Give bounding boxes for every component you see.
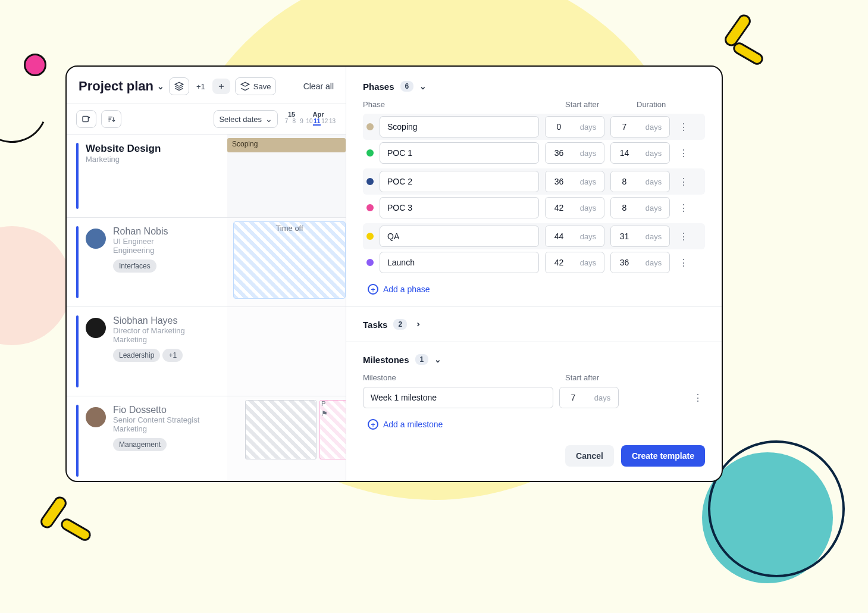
unit-label: days bbox=[572, 171, 604, 192]
clear-all-button[interactable]: Clear all bbox=[303, 82, 334, 91]
phase-color-dot[interactable] bbox=[366, 149, 374, 157]
more-icon[interactable]: ⋮ bbox=[676, 257, 690, 268]
unit-label: days bbox=[638, 252, 669, 273]
phase-columns: Phase Start after Duration bbox=[363, 100, 705, 109]
phase-color-dot[interactable] bbox=[366, 204, 374, 211]
milestones-list: days⋮ bbox=[363, 387, 705, 413]
cancel-button[interactable]: Cancel bbox=[565, 445, 614, 467]
time-off-label: Time off bbox=[239, 224, 340, 233]
phase-start-input[interactable]: days bbox=[545, 142, 604, 164]
timeline-day: 9 bbox=[298, 118, 306, 126]
phase-start-input[interactable]: days bbox=[545, 171, 604, 192]
timeline-day: 7 bbox=[283, 118, 290, 126]
phase-color-dot[interactable] bbox=[366, 233, 374, 240]
milestone-name-input[interactable] bbox=[363, 387, 553, 408]
sort-button[interactable] bbox=[101, 110, 121, 128]
row-accent bbox=[76, 226, 79, 298]
plus-circle-icon: + bbox=[368, 284, 378, 295]
phase-duration-input[interactable]: days bbox=[610, 226, 670, 247]
phase-row: daysdays⋮ bbox=[363, 252, 705, 273]
milestones-section-header[interactable]: Milestones 1 ⌄ bbox=[363, 354, 705, 365]
col-duration: Duration bbox=[637, 100, 696, 109]
phase-duration-input[interactable]: days bbox=[610, 116, 670, 137]
allocation-block[interactable] bbox=[245, 400, 317, 459]
timeline-cell[interactable]: P⚑ bbox=[227, 396, 346, 481]
phase-color-dot[interactable] bbox=[366, 178, 374, 185]
phase-name-input[interactable] bbox=[380, 197, 539, 218]
phase-bar-scoping[interactable]: Scoping bbox=[227, 138, 346, 152]
tag[interactable]: +1 bbox=[162, 349, 183, 362]
phase-start-input[interactable]: days bbox=[545, 116, 604, 137]
select-dates-button[interactable]: Select dates ⌄ bbox=[214, 110, 278, 128]
timeline-cell[interactable]: Time off bbox=[227, 218, 346, 306]
phase-start-input[interactable]: days bbox=[545, 252, 604, 273]
person-name: Rohan Nobis bbox=[113, 226, 168, 237]
create-template-button[interactable]: Create template bbox=[621, 445, 705, 467]
timeline-cell[interactable]: Scoping bbox=[227, 135, 346, 217]
phase-name-input[interactable] bbox=[380, 171, 539, 192]
more-icon[interactable]: ⋮ bbox=[676, 202, 690, 214]
divider bbox=[346, 306, 722, 307]
add-milestone-label: Add a milestone bbox=[383, 420, 443, 429]
phase-name-input[interactable] bbox=[380, 226, 539, 247]
phase-start-input[interactable]: days bbox=[545, 226, 604, 247]
chevron-right-icon: ⌄ bbox=[412, 321, 421, 328]
phase-color-dot[interactable] bbox=[366, 123, 374, 130]
row-accent bbox=[76, 405, 79, 477]
phases-count: 6 bbox=[400, 81, 414, 92]
time-off-block[interactable]: Time off bbox=[233, 221, 346, 299]
tag[interactable]: Interfaces bbox=[113, 259, 156, 273]
left-pane: Project plan ⌄ +1 Save Clear all bbox=[67, 67, 346, 481]
timeline-cell[interactable] bbox=[227, 307, 346, 396]
more-icon[interactable]: ⋮ bbox=[690, 392, 704, 404]
add-phase-button[interactable]: + Add a phase bbox=[368, 284, 705, 295]
plus-circle-icon: + bbox=[368, 419, 378, 430]
row-accent bbox=[76, 143, 79, 209]
save-button[interactable]: Save bbox=[235, 77, 277, 95]
phase-name-input[interactable] bbox=[380, 142, 539, 164]
phase-duration-input[interactable]: days bbox=[610, 252, 670, 273]
person-dept: Engineering bbox=[113, 246, 168, 255]
unit-label: days bbox=[638, 143, 669, 163]
allocation-label: P bbox=[321, 400, 325, 407]
more-icon[interactable]: ⋮ bbox=[676, 121, 690, 133]
phases-list: daysdays⋮daysdays⋮daysdays⋮daysdays⋮days… bbox=[363, 114, 705, 278]
tag[interactable]: Leadership bbox=[113, 349, 160, 362]
add-resource-button[interactable] bbox=[76, 110, 96, 128]
phases-section-header[interactable]: Phases 6 ⌄ bbox=[363, 81, 705, 92]
timeline-prefix: 15Apr 78910111213 bbox=[283, 111, 336, 128]
phase-start-input[interactable]: days bbox=[545, 197, 604, 218]
phase-color-dot[interactable] bbox=[366, 259, 374, 266]
person-role: Marketing bbox=[86, 155, 161, 164]
page-title: Project plan bbox=[79, 79, 153, 94]
add-button[interactable] bbox=[212, 79, 230, 94]
phase-duration-input[interactable]: days bbox=[610, 197, 670, 218]
tag[interactable]: Management bbox=[113, 438, 167, 451]
col-phase: Phase bbox=[363, 100, 565, 109]
avatar bbox=[86, 229, 106, 249]
row-accent bbox=[76, 315, 79, 387]
page-title-dropdown[interactable]: Project plan ⌄ bbox=[79, 79, 164, 94]
resource-row: Rohan NobisUI EngineerEngineeringInterfa… bbox=[67, 218, 346, 307]
phase-duration-input[interactable]: days bbox=[610, 171, 670, 192]
col-start: Start after bbox=[565, 100, 637, 109]
phase-name-input[interactable] bbox=[380, 116, 539, 137]
add-milestone-button[interactable]: + Add a milestone bbox=[368, 419, 705, 430]
tasks-section-header[interactable]: Tasks 2 ⌄ bbox=[363, 319, 705, 330]
more-icon[interactable]: ⋮ bbox=[676, 176, 690, 187]
phase-name-input[interactable] bbox=[380, 252, 539, 273]
folder-plus-icon bbox=[82, 114, 91, 124]
more-icon[interactable]: ⋮ bbox=[676, 148, 690, 159]
milestone-start-input[interactable]: days bbox=[559, 387, 619, 408]
svg-marker-3 bbox=[241, 82, 249, 86]
resource-row: Siobhan HayesDirector of MarketingMarket… bbox=[67, 307, 346, 396]
milestones-title: Milestones bbox=[363, 355, 409, 365]
more-icon[interactable]: ⋮ bbox=[676, 231, 690, 242]
month-label: Apr bbox=[300, 111, 336, 118]
allocation-block[interactable] bbox=[319, 400, 346, 459]
phase-duration-input[interactable]: days bbox=[610, 142, 670, 164]
bg-dot-pink bbox=[24, 54, 46, 76]
resource-info: Website DesignMarketing bbox=[67, 135, 227, 217]
layers-icon bbox=[174, 82, 184, 91]
layers-button[interactable] bbox=[169, 77, 189, 95]
